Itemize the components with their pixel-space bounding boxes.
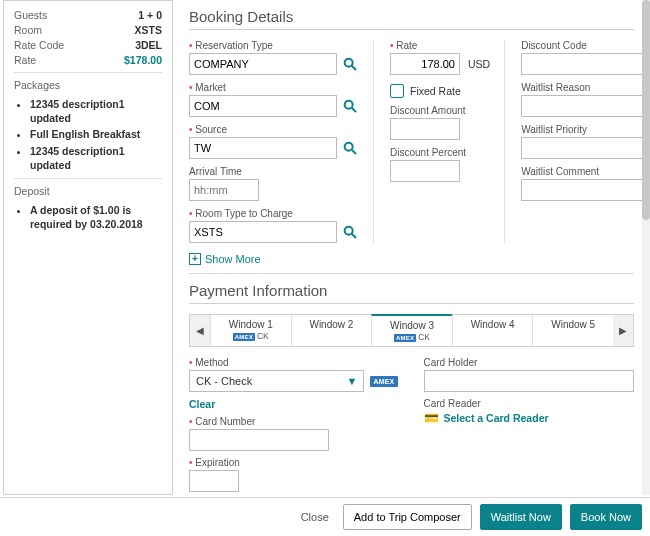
card-number-input[interactable] <box>189 429 329 451</box>
guests-label: Guests <box>14 9 47 21</box>
booking-col-1: Reservation Type Market <box>189 40 374 243</box>
room-label: Room <box>14 24 42 36</box>
rate-value: $178.00 <box>124 54 162 66</box>
svg-point-6 <box>345 227 353 235</box>
rate-unit: USD <box>468 58 490 70</box>
search-icon[interactable] <box>341 223 359 241</box>
reservation-type-label: Reservation Type <box>189 40 359 51</box>
waitlist-priority-label: Waitlist Priority <box>521 124 642 135</box>
guests-value: 1 + 0 <box>138 9 162 21</box>
amex-icon: AMEX <box>370 376 397 387</box>
booking-details-title: Booking Details <box>189 8 634 30</box>
rate-field-label: Rate <box>390 40 490 51</box>
expiration-input[interactable] <box>189 470 239 492</box>
waitlist-reason-input[interactable] <box>521 95 642 117</box>
waitlist-priority-input[interactable] <box>521 137 642 159</box>
discount-amount-label: Discount Amount <box>390 105 490 116</box>
card-holder-input[interactable] <box>424 370 635 392</box>
svg-line-3 <box>352 108 356 112</box>
add-to-trip-composer-button[interactable]: Add to Trip Composer <box>343 504 472 530</box>
payment-col-1: Method CK - Check ▼ AMEX Clear Card Numb… <box>189 357 400 492</box>
payment-col-2: Card Holder Card Reader 💳 Select a Card … <box>424 357 635 492</box>
chevron-down-icon: ▼ <box>347 375 358 387</box>
expiration-label: Expiration <box>189 457 400 468</box>
room-row: Room XSTS <box>14 24 162 36</box>
waitlist-comment-input[interactable] <box>521 179 642 201</box>
svg-line-7 <box>352 234 356 238</box>
payment-info-title: Payment Information <box>189 282 634 304</box>
show-more-label: Show More <box>205 253 261 265</box>
svg-line-1 <box>352 66 356 70</box>
market-label: Market <box>189 82 359 93</box>
method-label: Method <box>189 357 400 368</box>
fixed-rate-checkbox[interactable]: Fixed Rate <box>390 84 490 98</box>
svg-line-5 <box>352 150 356 154</box>
packages-title: Packages <box>14 79 162 91</box>
scrollbar-thumb[interactable] <box>642 0 650 220</box>
tab-next-button[interactable]: ▶ <box>613 315 633 346</box>
card-reader-label: Card Reader <box>424 398 635 409</box>
room-type-charge-label: Room Type to Charge <box>189 208 359 219</box>
room-type-charge-input[interactable] <box>189 221 337 243</box>
sidebar: Guests 1 + 0 Room XSTS Rate Code 3DEL Ra… <box>3 0 173 495</box>
plus-icon: + <box>189 253 201 265</box>
fixed-rate-label: Fixed Rate <box>410 85 461 97</box>
source-label: Source <box>189 124 359 135</box>
book-now-button[interactable]: Book Now <box>570 504 642 530</box>
discount-amount-input[interactable] <box>390 118 460 140</box>
discount-percent-input[interactable] <box>390 160 460 182</box>
market-input[interactable] <box>189 95 337 117</box>
footer: Close Add to Trip Composer Waitlist Now … <box>0 497 650 536</box>
deposit-list: A deposit of $1.00 is required by 03.20.… <box>14 203 162 231</box>
search-icon[interactable] <box>341 97 359 115</box>
rate-code-row: Rate Code 3DEL <box>14 39 162 51</box>
tab-prev-button[interactable]: ◀ <box>190 315 210 346</box>
arrival-time-input[interactable] <box>189 179 259 201</box>
card-number-label: Card Number <box>189 416 400 427</box>
list-item: 12345 description1 updated <box>30 144 162 172</box>
card-holder-label: Card Holder <box>424 357 635 368</box>
room-value: XSTS <box>135 24 162 36</box>
tab-window-2[interactable]: Window 2 <box>291 315 372 346</box>
tab-window-4[interactable]: Window 4 <box>452 315 533 346</box>
reservation-type-input[interactable] <box>189 53 337 75</box>
rate-row: Rate $178.00 <box>14 54 162 66</box>
svg-point-4 <box>345 143 353 151</box>
packages-list: 12345 description1 updated Full English … <box>14 97 162 172</box>
show-more-button[interactable]: + Show More <box>189 253 634 265</box>
payment-tabs: ◀ Window 1 AMEXCK Window 2 Window 3 AMEX… <box>189 314 634 347</box>
waitlist-now-button[interactable]: Waitlist Now <box>480 504 562 530</box>
booking-col-2: Rate USD Fixed Rate Discount Amount <box>390 40 505 243</box>
discount-code-label: Discount Code <box>521 40 642 51</box>
arrival-time-label: Arrival Time <box>189 166 359 177</box>
rate-code-value: 3DEL <box>135 39 162 51</box>
tab-window-5[interactable]: Window 5 <box>532 315 613 346</box>
discount-code-input[interactable] <box>521 53 642 75</box>
tab-window-1[interactable]: Window 1 AMEXCK <box>210 315 291 346</box>
rate-code-label: Rate Code <box>14 39 64 51</box>
method-value: CK - Check <box>196 375 252 387</box>
list-item: Full English Breakfast <box>30 127 162 141</box>
deposit-title: Deposit <box>14 185 162 197</box>
waitlist-comment-label: Waitlist Comment <box>521 166 642 177</box>
list-item: 12345 description1 updated <box>30 97 162 125</box>
waitlist-reason-label: Waitlist Reason <box>521 82 642 93</box>
close-button[interactable]: Close <box>301 511 329 523</box>
rate-label: Rate <box>14 54 36 66</box>
checkbox-icon <box>390 84 404 98</box>
tab-window-3[interactable]: Window 3 AMEXCK <box>371 314 452 346</box>
list-item: A deposit of $1.00 is required by 03.20.… <box>30 203 162 231</box>
rate-input[interactable] <box>390 53 460 75</box>
card-reader-icon: 💳 <box>424 411 439 425</box>
search-icon[interactable] <box>341 55 359 73</box>
method-select[interactable]: CK - Check ▼ <box>189 370 364 392</box>
select-card-reader-link[interactable]: Select a Card Reader <box>444 412 549 424</box>
search-icon[interactable] <box>341 139 359 157</box>
svg-point-2 <box>345 101 353 109</box>
svg-point-0 <box>345 59 353 67</box>
clear-link[interactable]: Clear <box>189 398 400 410</box>
scrollbar-track[interactable] <box>642 0 650 495</box>
booking-col-3: Discount Code Waitlist Reason <box>521 40 642 243</box>
guests-row: Guests 1 + 0 <box>14 9 162 21</box>
source-input[interactable] <box>189 137 337 159</box>
